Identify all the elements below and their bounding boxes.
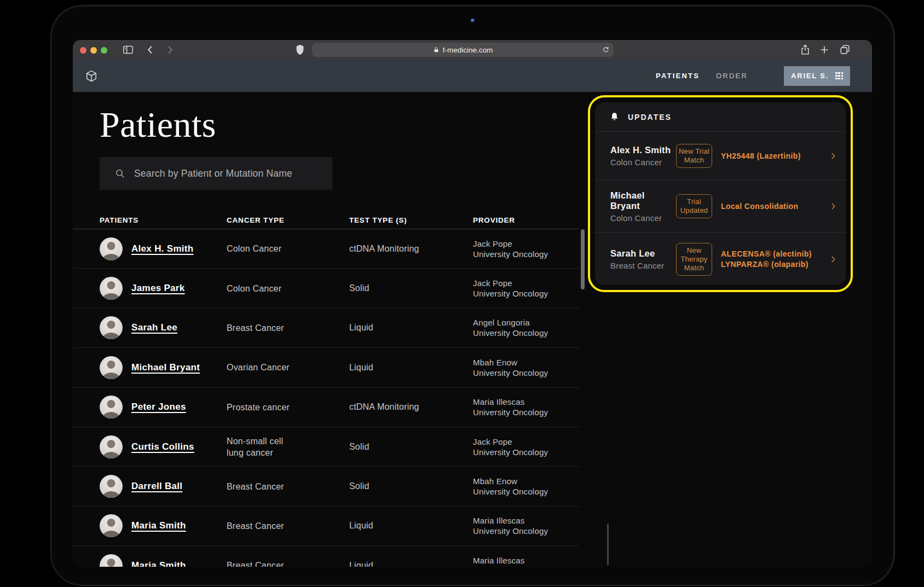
provider-cell: Maria IllescasUniversity Oncology	[473, 555, 579, 567]
table-header-row: PATIENTS CANCER TYPE TEST TYPE (S) PROVI…	[73, 211, 579, 229]
patient-avatar	[100, 356, 123, 379]
content-scrollbar-thumb[interactable]	[581, 229, 585, 289]
cancer-type-cell: Non-small cell lung cancer	[227, 435, 299, 458]
search-input[interactable]	[133, 167, 327, 180]
patient-avatar	[100, 237, 123, 260]
forward-button-icon[interactable]	[164, 44, 176, 56]
table-row[interactable]: Peter Jones Prostate cancer ctDNA Monito…	[73, 388, 579, 427]
bell-icon	[609, 112, 620, 122]
reload-icon[interactable]	[602, 45, 610, 54]
list-scrollbar-thumb[interactable]	[607, 524, 609, 565]
cancer-type-cell: Ovarian Cancer	[227, 362, 299, 373]
update-detail: ALECENSA® (alectinib)	[721, 249, 812, 258]
nav-tab-patients[interactable]: PATIENTS	[656, 72, 700, 80]
account-button[interactable]: ARIEL S.	[784, 66, 850, 86]
test-type-cell: Solid	[349, 283, 473, 293]
cancer-type-cell: Breast Cancer	[227, 560, 299, 567]
table-row[interactable]: James Park Colon Cancer Solid Jack PopeU…	[73, 269, 579, 308]
browser-window: f-medicine.com	[73, 40, 872, 567]
patient-name-link[interactable]: Curtis Collins	[131, 441, 194, 452]
updates-title: UPDATES	[628, 113, 672, 121]
search-box[interactable]	[100, 157, 332, 190]
patient-name-link[interactable]: Peter Jones	[131, 402, 186, 412]
cancer-type-cell: Breast Cancer	[227, 481, 299, 492]
patient-name-link[interactable]: Alex H. Smith	[131, 243, 193, 254]
nav-links: PATIENTS ORDER ARIEL S.	[656, 66, 850, 86]
table-row[interactable]: Sarah Lee Breast Cancer Liquid Angel Lon…	[73, 309, 579, 348]
table-row[interactable]: Curtis Collins Non-small cell lung cance…	[73, 427, 579, 467]
browser-toolbar: f-medicine.com	[73, 40, 872, 60]
account-label: ARIEL S.	[791, 72, 829, 80]
patient-name-link[interactable]: Sarah Lee	[131, 322, 177, 333]
chevron-right-icon[interactable]	[828, 201, 838, 211]
updates-header: UPDATES	[595, 102, 846, 132]
updates-panel: UPDATES Alex H. Smith Colon Cancer New T…	[595, 102, 846, 285]
update-patient-name: Michael Bryant	[610, 190, 676, 211]
back-button-icon[interactable]	[145, 44, 157, 56]
table-row[interactable]: Maria Smith Breast Cancer Liquid Maria I…	[73, 507, 579, 546]
update-cancer-type: Colon Cancer	[610, 213, 676, 223]
test-type-cell: ctDNA Monitoring	[349, 402, 473, 412]
update-item[interactable]: Alex H. Smith Colon Cancer New Trial Mat…	[595, 132, 846, 181]
new-tab-icon[interactable]	[818, 44, 830, 56]
patient-avatar	[100, 475, 123, 498]
search-icon	[115, 168, 125, 179]
page-title: Patients	[100, 105, 216, 144]
front-camera	[471, 19, 475, 22]
test-type-cell: Liquid	[349, 561, 473, 567]
update-badge: Trial Updated	[676, 194, 712, 218]
share-icon[interactable]	[799, 44, 811, 56]
update-detail: Local Consolidation	[721, 202, 798, 211]
test-type-cell: Liquid	[349, 363, 473, 373]
patient-avatar	[100, 554, 123, 567]
privacy-shield-icon[interactable]	[294, 44, 306, 56]
table-row[interactable]: Darrell Ball Breast Cancer Solid Mbah En…	[73, 467, 579, 506]
address-bar[interactable]: f-medicine.com	[312, 43, 614, 57]
update-detail: LYNPARZA® (olaparib)	[721, 260, 812, 269]
app-header: PATIENTS ORDER ARIEL S.	[73, 60, 872, 92]
table-row[interactable]: Michael Bryant Ovarian Cancer Liquid Mba…	[73, 348, 579, 387]
update-item[interactable]: Sarah Lee Breast Cancer New Therapy Matc…	[595, 233, 846, 285]
test-type-cell: Solid	[349, 481, 473, 491]
provider-cell: Angel LongoriaUniversity Oncology	[473, 317, 579, 338]
minimize-window-button[interactable]	[90, 47, 97, 54]
cancer-type-cell: Colon Cancer	[227, 283, 299, 294]
provider-cell: Maria IllescasUniversity Oncology	[473, 515, 579, 536]
provider-cell: Jack PopeUniversity Oncology	[473, 437, 579, 457]
tab-overview-icon[interactable]	[839, 44, 851, 56]
test-type-cell: Liquid	[349, 521, 473, 531]
provider-cell: Maria IllescasUniversity Oncology	[473, 397, 579, 417]
patient-avatar	[100, 277, 123, 300]
patient-name-link[interactable]: Maria Smith	[131, 560, 186, 567]
cancer-type-cell: Prostate cancer	[227, 402, 299, 413]
table-row[interactable]: Maria Smith Breast Cancer Liquid Maria I…	[73, 546, 579, 567]
patient-avatar	[100, 435, 123, 458]
patient-name-link[interactable]: Michael Bryant	[131, 362, 200, 373]
column-header-provider: PROVIDER	[473, 216, 579, 224]
cancer-type-cell: Breast Cancer	[227, 322, 299, 334]
update-item[interactable]: Michael Bryant Colon Cancer Trial Update…	[595, 181, 846, 233]
test-type-cell: Liquid	[349, 323, 473, 333]
sidebar-toggle-icon[interactable]	[122, 44, 134, 56]
zoom-window-button[interactable]	[101, 47, 107, 54]
patient-name-link[interactable]: Darrell Ball	[131, 481, 182, 492]
patient-name-link[interactable]: James Park	[131, 283, 185, 294]
patient-avatar	[100, 514, 123, 537]
url-text: f-medicine.com	[443, 46, 493, 54]
close-window-button[interactable]	[80, 47, 86, 54]
app-logo-icon[interactable]	[85, 69, 98, 83]
table-row[interactable]: Alex H. Smith Colon Cancer ctDNA Monitor…	[73, 229, 579, 269]
chevron-right-icon[interactable]	[828, 151, 838, 161]
update-badge: New Therapy Match	[676, 243, 712, 276]
cancer-type-cell: Breast Cancer	[227, 520, 299, 532]
patient-name-link[interactable]: Maria Smith	[131, 520, 186, 531]
updates-panel-highlight: UPDATES Alex H. Smith Colon Cancer New T…	[588, 95, 853, 292]
cancer-type-cell: Colon Cancer	[227, 243, 299, 254]
tablet-device-frame: f-medicine.com	[50, 5, 895, 586]
provider-cell: Jack PopeUniversity Oncology	[473, 278, 579, 299]
nav-tab-order[interactable]: ORDER	[716, 72, 748, 80]
update-cancer-type: Breast Cancer	[610, 261, 676, 270]
update-badge: New Trial Match	[676, 144, 712, 168]
chevron-right-icon[interactable]	[828, 254, 838, 264]
provider-cell: Jack PopeUniversity Oncology	[473, 239, 579, 259]
